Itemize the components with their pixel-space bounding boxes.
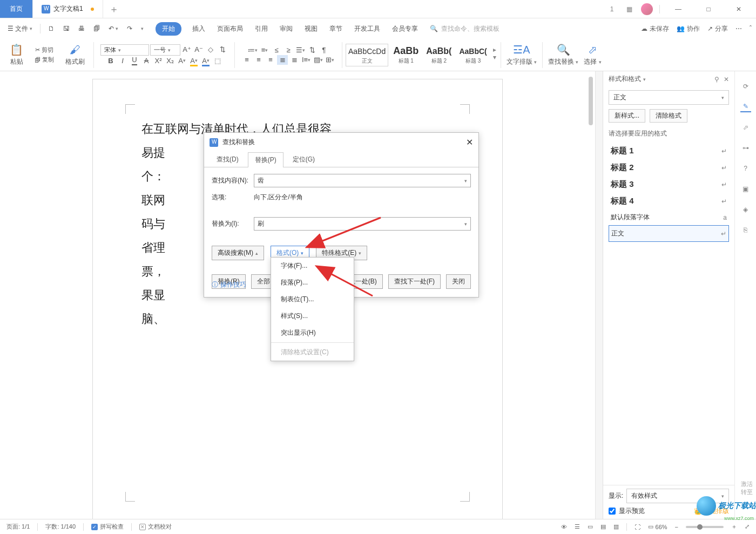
overflow-button[interactable]: ⋯ — [735, 25, 742, 32]
rail-export-icon[interactable]: ⎘ — [740, 225, 751, 235]
shrink-font-button[interactable]: A⁻ — [193, 44, 204, 54]
ribbon-tab-review[interactable]: 审阅 — [279, 22, 294, 36]
btn-more[interactable]: ▾ — [138, 24, 147, 33]
borders-button[interactable]: ⊞▾ — [325, 55, 335, 65]
replace-input[interactable]: 刷▾ — [254, 217, 471, 231]
style-h3[interactable]: AaBbC( 标题 3 — [456, 44, 489, 66]
dialog-tab-replace[interactable]: 替换(P) — [248, 152, 284, 167]
window-minimize[interactable]: — — [666, 1, 690, 18]
format-painter-button[interactable]: 🖌 格式刷 — [63, 43, 87, 67]
clear-format-button[interactable]: ◇ — [205, 44, 216, 54]
ribbon-tab-dev[interactable]: 开发工具 — [353, 22, 381, 36]
style-h1[interactable]: AaBb 标题 1 — [390, 44, 421, 66]
copy-button[interactable]: 🗐复制 — [33, 55, 56, 65]
collab-button[interactable]: 👥协作 — [677, 24, 700, 33]
style-item-h3[interactable]: 标题 3↵ — [609, 176, 729, 193]
sort-button[interactable]: ⇅ — [307, 45, 318, 55]
menu-style[interactable]: 样式(S)... — [271, 308, 354, 325]
find-replace-button[interactable]: 🔍 查找替换 ▾ — [546, 42, 580, 67]
menu-highlight[interactable]: 突出显示(H) — [271, 325, 354, 341]
menu-tabs[interactable]: 制表位(T)... — [271, 291, 354, 308]
window-close[interactable]: ✕ — [727, 1, 751, 18]
sb-spellcheck[interactable]: ✓拼写检查 — [91, 523, 124, 531]
indent-inc-button[interactable]: ≥ — [283, 45, 294, 55]
align-right-button[interactable]: ≡ — [265, 55, 276, 65]
italic-button[interactable]: I — [117, 56, 128, 65]
indent-dec-button[interactable]: ≤ — [271, 45, 282, 55]
superscript-button[interactable]: X² — [153, 56, 164, 65]
style-normal[interactable]: AaBbCcDd 正文 — [346, 44, 388, 66]
strike-button[interactable]: A — [141, 56, 152, 65]
align-justify-button[interactable]: ≣ — [277, 55, 288, 65]
ribbon-tab-layout[interactable]: 页面布局 — [216, 22, 244, 36]
btn-save[interactable]: 🖫 — [60, 23, 73, 35]
tab-home[interactable]: 首页 — [0, 0, 33, 18]
sb-zoom-in[interactable]: ＋ — [731, 523, 737, 531]
ribbon-tab-start[interactable]: 开始 — [156, 22, 181, 36]
sb-zoom[interactable]: ▭ 66% — [648, 523, 667, 530]
sb-nav-icon[interactable]: ☰ — [575, 523, 580, 530]
menu-font[interactable]: 字体(F)... — [271, 258, 354, 274]
style-item-normal[interactable]: 正文↵ — [609, 225, 729, 242]
ribbon-tab-chapter[interactable]: 章节 — [328, 22, 343, 36]
font-color-button[interactable]: A▾ — [177, 56, 187, 65]
rail-styles-icon[interactable]: ✎ — [740, 102, 751, 112]
dialog-tab-find[interactable]: 查找(D) — [210, 152, 246, 167]
style-item-h4[interactable]: 标题 4↵ — [609, 193, 729, 209]
sb-reading-icon[interactable]: 👁 — [561, 524, 567, 530]
shading-button[interactable]: ▨▾ — [313, 55, 323, 65]
scrollbar-thumb[interactable] — [589, 77, 593, 125]
show-preview-checkbox[interactable] — [609, 508, 616, 515]
command-search[interactable]: 🔍 查找命令、搜索模板 — [430, 24, 500, 33]
style-item-h1[interactable]: 标题 1↵ — [609, 143, 729, 159]
ribbon-tab-view[interactable]: 视图 — [303, 22, 319, 36]
panel-scrollbar[interactable] — [595, 71, 603, 519]
btn-print[interactable]: 🖶 — [75, 23, 88, 35]
show-marks-button[interactable]: ¶ — [319, 45, 329, 55]
bold-button[interactable]: B — [105, 56, 116, 65]
sb-view-outline-icon[interactable]: ▤ — [600, 523, 606, 530]
rail-clip-icon[interactable]: ▣ — [740, 184, 751, 194]
window-maximize[interactable]: □ — [697, 1, 720, 18]
find-input[interactable]: 齿▾ — [254, 174, 471, 187]
dialog-close-button[interactable]: ✕ — [466, 137, 473, 147]
style-gallery-more[interactable]: ▸▾ — [492, 44, 497, 66]
cut-button[interactable]: ✂剪切 — [33, 45, 55, 55]
distribute-button[interactable]: ≣ — [289, 55, 300, 65]
sb-words[interactable]: 字数: 1/140 — [45, 523, 76, 531]
current-style-select[interactable]: 正文▾ — [609, 90, 729, 105]
ribbon-tab-ref[interactable]: 引用 — [254, 22, 269, 36]
pin-icon[interactable]: ⚲ — [714, 76, 719, 83]
char-border-button[interactable]: ⬚ — [212, 56, 223, 65]
new-style-button[interactable]: 新样式... — [609, 109, 645, 123]
text-fill-button[interactable]: A▾ — [200, 56, 211, 65]
menu-paragraph[interactable]: 段落(P)... — [271, 274, 354, 291]
rail-settings-icon[interactable]: ⊶ — [740, 143, 751, 153]
line-height-button[interactable]: I≡▾ — [301, 55, 312, 65]
rail-properties-icon[interactable]: ⟳ — [740, 81, 751, 92]
align-left-button[interactable]: ≡ — [241, 55, 252, 65]
sb-proofread[interactable]: ✕文档校对 — [139, 523, 172, 531]
btn-new[interactable]: 🗋 — [45, 23, 58, 35]
select-button[interactable]: ⬀ 选择 ▾ — [582, 42, 603, 67]
layout-toggle-icon[interactable]: 1 — [606, 4, 617, 15]
btn-redo[interactable]: ↷ — [124, 23, 136, 35]
rail-help-icon[interactable]: ? — [740, 163, 751, 174]
sb-page[interactable]: 页面: 1/1 — [6, 523, 30, 531]
unsaved-indicator[interactable]: ☁未保存 — [641, 24, 669, 33]
share-button[interactable]: ↗分享 — [707, 24, 728, 33]
advanced-search-button[interactable]: 高级搜索(M) ▴ — [212, 246, 264, 260]
ribbon-tab-insert[interactable]: 插入 — [191, 22, 206, 36]
line-spacing-button[interactable]: ☰▾ — [295, 45, 306, 55]
ribbon-tab-member[interactable]: 会员专享 — [391, 22, 419, 36]
avatar-icon[interactable] — [641, 3, 653, 15]
text-layout-button[interactable]: ☲A 文字排版 ▾ — [504, 42, 539, 67]
numbering-button[interactable]: ≡▾ — [259, 45, 270, 55]
grow-font-button[interactable]: A⁺ — [181, 44, 192, 54]
rail-location-icon[interactable]: ◈ — [740, 204, 751, 215]
underline-button[interactable]: U — [129, 56, 140, 65]
sb-view-web-icon[interactable]: ▥ — [613, 523, 619, 530]
vertical-scrollbar[interactable] — [589, 71, 594, 519]
btn-preview[interactable]: 🗐 — [90, 23, 103, 35]
grid-icon[interactable]: ▦ — [624, 4, 634, 15]
